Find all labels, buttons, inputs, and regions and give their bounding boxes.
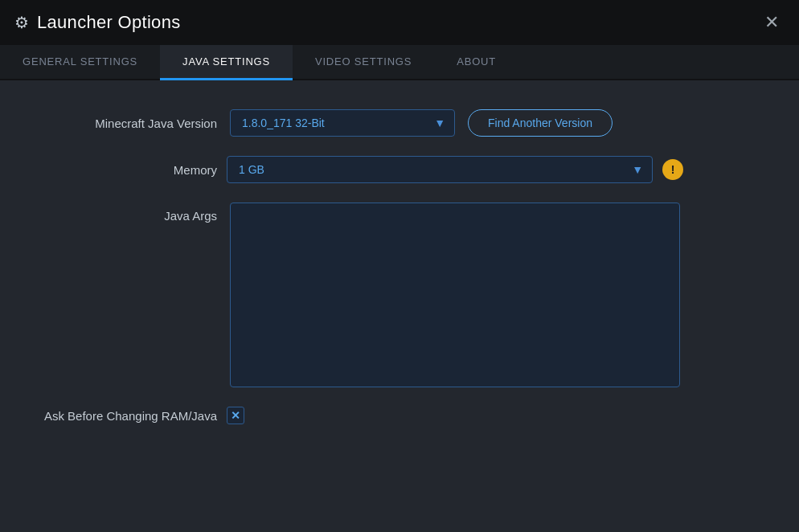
java-version-label: Minecraft Java Version <box>40 117 217 130</box>
tab-video-settings[interactable]: VIDEO SETTINGS <box>293 45 434 80</box>
java-args-label: Java Args <box>40 203 217 223</box>
content-area: Minecraft Java Version 1.8.0_171 32-Bit … <box>0 80 799 532</box>
tab-java-settings[interactable]: JAVA SETTINGS <box>160 45 293 80</box>
warning-icon: ! <box>662 159 683 180</box>
java-version-select[interactable]: 1.8.0_171 32-Bit <box>230 109 455 137</box>
java-version-select-wrapper: 1.8.0_171 32-Bit ▼ <box>230 109 455 137</box>
launcher-options-window: ⚙ Launcher Options ✕ GENERAL SETTINGS JA… <box>0 0 799 532</box>
java-args-textarea[interactable] <box>230 203 680 387</box>
java-args-row: Java Args <box>40 203 759 387</box>
title-bar-left: ⚙ Launcher Options <box>14 12 180 33</box>
tab-general-settings[interactable]: GENERAL SETTINGS <box>0 45 160 80</box>
find-another-version-button[interactable]: Find Another Version <box>468 109 613 137</box>
title-bar: ⚙ Launcher Options ✕ <box>0 0 799 45</box>
close-button[interactable]: ✕ <box>759 10 785 35</box>
memory-select-wrapper: 1 GB ▼ <box>227 156 653 183</box>
memory-row: Memory 1 GB ▼ ! <box>40 156 759 183</box>
tab-about[interactable]: ABOUT <box>434 45 518 80</box>
ask-before-changing-row: Ask Before Changing RAM/Java ✕ <box>40 407 759 424</box>
tab-bar: GENERAL SETTINGS JAVA SETTINGS VIDEO SET… <box>0 45 799 80</box>
gear-icon: ⚙ <box>14 13 29 32</box>
ask-ram-label: Ask Before Changing RAM/Java <box>40 409 217 423</box>
ask-ram-checkbox[interactable]: ✕ <box>227 407 244 424</box>
java-version-row: Minecraft Java Version 1.8.0_171 32-Bit … <box>40 109 759 137</box>
memory-select[interactable]: 1 GB <box>227 156 653 183</box>
checkmark-icon: ✕ <box>231 409 240 422</box>
memory-label: Memory <box>40 163 217 177</box>
window-title: Launcher Options <box>37 12 180 33</box>
